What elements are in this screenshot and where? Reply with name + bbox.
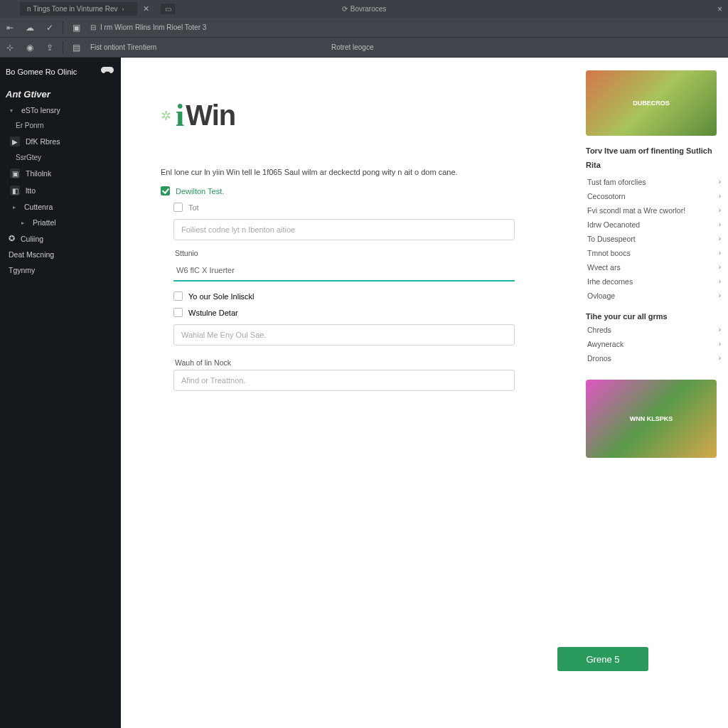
sidebar-item-1[interactable]: Er Ponrn (0, 118, 121, 133)
breadcrumb-2[interactable]: Fist ontiont Tirentiern (86, 43, 161, 51)
checkbox-label: Yo our Sole Inlisckl (188, 292, 255, 301)
check-icon[interactable]: ✓ (40, 23, 60, 33)
chevron-right-icon: › (719, 249, 721, 257)
right-link[interactable]: Fvi scondl mat a Wre cworlor!› (586, 203, 722, 218)
right-link[interactable]: Ovloage› (586, 289, 722, 303)
sidebar: Bo Gomee Ro Olinic Ant Gtiver ▾eSTo lens… (0, 58, 121, 728)
checkbox-label: Wstulne Detar (188, 309, 238, 317)
sidebar-item-7[interactable]: ▸Priattel (0, 215, 121, 230)
sidebar-item-6[interactable]: ▸Cuttenra (0, 199, 121, 215)
toolbar: ⇤ ☁ ✓ ▣ ⊟ I rm Wiorn Rlins Inm Rioel Tot… (0, 18, 728, 58)
input-afind[interactable] (173, 370, 515, 391)
breadcrumb-3[interactable]: Rotret leogce (327, 43, 378, 51)
chevron-right-icon: › (122, 6, 124, 13)
sidebar-item-3[interactable]: SsrGtey (0, 150, 121, 165)
chevron-right-icon: › (719, 192, 721, 200)
window-close-button[interactable]: × (717, 4, 722, 14)
right-link[interactable]: Awynerack› (586, 337, 722, 351)
sidebar-section-title: Ant Gtiver (0, 85, 121, 102)
box-icon: ⊟ (90, 23, 96, 31)
sidebar-item-4[interactable]: ▣Thilolnk (0, 165, 121, 182)
checkbox-label: Dewilton Test. (176, 187, 224, 196)
right-link[interactable]: Tmnot boocs› (586, 246, 722, 260)
breadcrumb-1[interactable]: ⊟ I rm Wiorn Rlins Inm Rioel Toter 3 (86, 23, 210, 31)
form-area: ✲ iWin Enl lone cur ln yiin Win tell le … (121, 58, 586, 728)
checkbox-download-test[interactable] (161, 186, 170, 196)
chevron-right-icon: › (719, 326, 721, 333)
dandelion-icon: ✲ (161, 108, 171, 124)
gamepad-icon (101, 66, 114, 77)
square-icon: ◧ (10, 186, 20, 196)
sidebar-item-8[interactable]: ✪Culiing (0, 230, 121, 247)
cloud-icon[interactable]: ☁ (20, 23, 40, 33)
input-foiliest[interactable] (173, 219, 515, 240)
sidebar-item-5[interactable]: ◧ltto (0, 182, 121, 199)
chevron-right-icon: › (719, 263, 721, 271)
window-titlebar: n Tings Tone in Vinturne Rev › ✕ ▭ ⟳ Bov… (0, 0, 728, 18)
right-link[interactable]: To Dusespeort› (586, 232, 722, 246)
checkbox-sole[interactable] (173, 291, 183, 301)
right-link[interactable]: Chreds› (586, 323, 722, 337)
browser-tab[interactable]: n Tings Tone in Vinturne Rev › (20, 2, 137, 16)
square-icon: ▣ (10, 168, 20, 178)
right-heading-2: Tihe your cur all grms (586, 311, 722, 321)
chevron-right-icon: › (719, 220, 721, 228)
sidebar-item-0[interactable]: ▾eSTo lensry (0, 102, 121, 118)
chevron-right-icon: › (719, 235, 721, 242)
back-icon[interactable]: ⇤ (0, 23, 20, 33)
globe-icon: ✪ (9, 234, 15, 243)
promo-banner-bottom[interactable]: WNN KLSPKS (586, 380, 717, 458)
pin-icon[interactable]: ⊹ (0, 43, 20, 53)
right-link[interactable]: Cecosotorn› (586, 189, 722, 203)
chevron-right-icon: › (719, 291, 721, 299)
shield-icon: ⟳ (342, 5, 348, 13)
right-column: DUBECROS Torv Itve uam orf finenting Sut… (586, 58, 728, 728)
checkbox-label: Tot (188, 203, 199, 212)
right-heading-1: Torv Itve uam orf finenting Sutlich (586, 146, 722, 156)
sidebar-item-9[interactable]: Deat Mscning (0, 247, 121, 262)
right-link[interactable]: Wvect ars› (586, 260, 722, 274)
right-link[interactable]: Tust fam oforclies› (586, 175, 722, 189)
iwin-logo: ✲ iWin (161, 97, 557, 134)
input-sttunio[interactable] (173, 260, 515, 282)
right-link[interactable]: Irhe decornes› (586, 274, 722, 289)
caret-icon: ▸ (21, 220, 27, 226)
share-icon[interactable]: ⇪ (40, 43, 60, 53)
tab-close-icon[interactable]: ✕ (143, 4, 149, 14)
right-heading-1b: Rita (586, 160, 722, 170)
checkbox-wstulne[interactable] (173, 308, 183, 317)
sidebar-brand: Bo Gomee Ro Olinic (6, 68, 77, 76)
tab-label: n Tings Tone in Vinturne Rev (27, 5, 118, 13)
right-link[interactable]: Idrw Oecanoted› (586, 218, 722, 232)
chevron-right-icon: › (719, 277, 721, 285)
checkbox-tot[interactable] (173, 203, 183, 212)
input-wahial[interactable] (173, 324, 515, 346)
new-tab-button[interactable]: ▭ (161, 4, 176, 14)
caret-icon: ▸ (13, 204, 18, 210)
chevron-right-icon: › (719, 340, 721, 348)
promo-banner-top[interactable]: DUBECROS (586, 70, 717, 136)
square-icon: ▶ (10, 136, 20, 146)
field-label-sttunio: Sttunio (175, 249, 557, 257)
sidebar-item-2[interactable]: ▶DfK Rbres (0, 133, 121, 150)
window-icon[interactable]: ▣ (66, 23, 86, 33)
field-label-wauh: Wauh of lin Nock (175, 358, 557, 367)
page-icon[interactable]: ▤ (66, 43, 86, 53)
chevron-right-icon: › (719, 354, 721, 362)
avatar-icon[interactable]: ◉ (20, 43, 40, 53)
form-intro-text: Enl lone cur ln yiin Win tell le 1f065 S… (161, 168, 557, 176)
title-center: Bovraroces (350, 5, 387, 13)
chevron-right-icon: › (719, 178, 721, 186)
caret-icon: ▾ (10, 107, 16, 114)
chevron-right-icon: › (719, 206, 721, 214)
sidebar-item-10[interactable]: Tgynmy (0, 262, 121, 278)
right-link[interactable]: Dronos› (586, 351, 722, 365)
submit-button[interactable]: Grene 5 (557, 647, 648, 671)
